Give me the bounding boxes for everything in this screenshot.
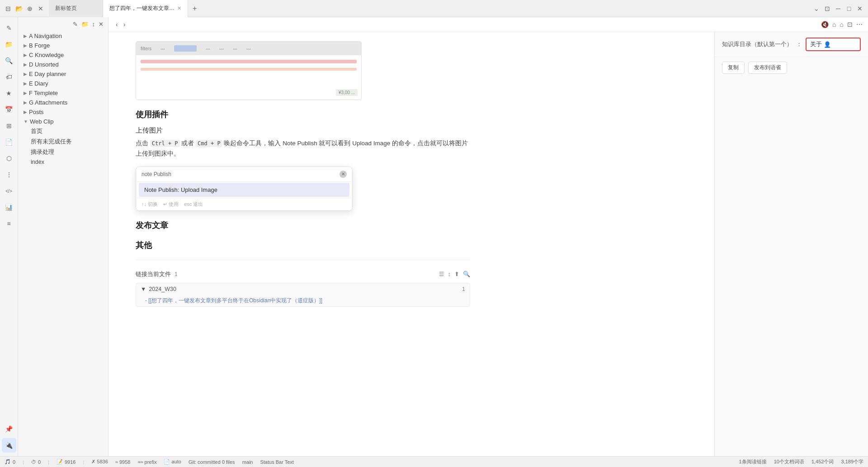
linked-count: 1 [175,271,178,277]
status-char-count: 3,189个字 [841,458,863,465]
folder-icon[interactable]: 📁 [2,37,16,52]
minimize-icon[interactable]: ─ [834,4,843,13]
linked-group-header[interactable]: ▼ 2024_W30 1 [136,283,470,295]
right-panel-input[interactable]: 关于 👤 [806,38,861,51]
layers2-icon[interactable]: ≡ [2,216,16,231]
sidebar-child-label: 摘录处理 [31,148,54,156]
right-panel: 知识库目录（默认第一个） ： 关于 👤 复制 发布到语雀 [714,32,868,456]
image-bar [141,60,357,63]
linked-filter-icon[interactable]: ⬆ [454,271,459,277]
arrow-icon: ▶ [24,71,27,76]
copy-button[interactable]: 复制 [722,62,745,74]
sidebar-item-label: C Knowledge [29,52,64,58]
right-panel-header: 知识库目录（默认第一个） ： 关于 👤 [715,32,868,57]
linked-sort-icon[interactable]: ↕ [448,271,451,277]
new-tab-icon[interactable]: ⊕ [25,4,34,13]
sidebar-item-a-navigation[interactable]: ▶ A Navigation [18,31,108,41]
sidebar-child-homepage[interactable]: 首页 [18,126,108,137]
graph-icon[interactable]: ⬡ [2,151,16,166]
cmd-footer-nav: ↑↓ 切换 [142,201,158,208]
status-branch: main [242,459,253,465]
code-cmd-p: Cmd + P [196,140,222,147]
right-panel-input-text: 关于 [810,40,822,48]
tag2-icon[interactable]: ⋮ [2,167,16,182]
nav-back-button[interactable]: ‹ [114,20,120,29]
tab-inactive[interactable]: 新标签页 [49,0,103,17]
status-git: Git: committed 0 files [189,459,235,465]
close-icon[interactable]: ✕ [36,4,45,13]
sidebar-child-label: 所有未完成任务 [31,138,72,146]
home2-icon[interactable]: ⌂ [840,21,844,28]
sidebar-item-e-day-planner[interactable]: ▶ E Day planner [18,69,108,79]
close-window-icon[interactable]: ✕ [855,4,864,13]
calendar-icon[interactable]: 📅 [2,102,16,117]
words-icon: 📝 [57,459,63,465]
new-folder-icon[interactable]: 📁 [80,20,90,29]
sort-icon[interactable]: ↕ [91,20,96,29]
sidebar-item-g-attachments[interactable]: ▶ G Attachments [18,98,108,107]
reading-view-icon[interactable]: ⊡ [847,21,853,28]
sidebar-item-c-knowledge[interactable]: ▶ C Knowledge [18,50,108,60]
split-view-icon[interactable]: ⊡ [823,4,832,13]
home-icon[interactable]: ⌂ [832,21,836,28]
close-sidebar-icon[interactable]: ✕ [98,20,104,29]
publish-button[interactable]: 发布到语雀 [748,62,787,74]
content-area: ‹ › 🔇 ⌂ ⌂ ⊡ ⋯ filters [108,17,868,456]
sidebar-item-label: G Attachments [29,99,67,106]
status-read-links: 1条阅读链接 [739,458,767,465]
linked-search-icon[interactable]: 🔍 [463,271,470,277]
sidebar-item-b-forge[interactable]: ▶ B Forge [18,41,108,50]
timer-icon: ⏱ [31,459,36,465]
open-folder-icon[interactable]: 📂 [14,4,24,13]
toolbar-right: 🔇 ⌂ ⌂ ⊡ ⋯ [821,21,863,28]
tag-icon[interactable]: 🏷 [2,70,16,84]
sidebar-item-web-clip[interactable]: ▼ Web Clip [18,117,108,126]
sidebar-toggle-icon[interactable]: ⊟ [4,4,13,13]
linked-list-icon[interactable]: ☰ [439,271,444,277]
sidebar-item-d-unsorted[interactable]: ▶ D Unsorted [18,60,108,69]
cmd-palette-title: note Publish [142,171,340,177]
arrow-icon: ▶ [24,62,27,67]
silent-icon[interactable]: 🔇 [821,21,829,28]
sidebar-item-e-diary[interactable]: ▶ E Diary [18,79,108,88]
nav-forward-button[interactable]: › [122,20,127,29]
sidebar-item-posts[interactable]: ▶ Posts [18,107,108,117]
linked-toolbar: ☰ ↕ ⬆ 🔍 [439,271,471,277]
status-music[interactable]: 🎵 0 [5,459,15,465]
sidebar-item-label: A Navigation [29,33,62,39]
tab-active[interactable]: 想了四年，一键发布文章… ✕ [103,0,188,17]
right-panel-input-user-icon: 👤 [824,41,831,48]
cmd-palette-close-icon[interactable]: ✕ [340,171,347,178]
sidebar-child-index[interactable]: index [18,157,108,167]
tab-close-icon[interactable]: ✕ [177,5,181,11]
new-note-icon[interactable]: ✎ [2,21,16,35]
status-count3: ≈ 9958 [115,459,131,465]
arrow-icon: ▶ [24,43,27,48]
sidebar-child-tasks[interactable]: 所有未完成任务 [18,137,108,147]
sidebar-item-f-templete[interactable]: ▶ F Templete [18,88,108,98]
more-options-icon[interactable]: ⋯ [856,21,863,28]
layers-icon[interactable]: ⊞ [2,119,16,133]
pin-icon[interactable]: 📌 [2,422,16,436]
file-icon[interactable]: 📄 [2,135,16,149]
cmd-palette-item[interactable]: Note Publish: Upload Image [139,183,349,197]
tab-list-icon[interactable]: ⌄ [812,4,821,13]
sidebar-item-label: Web Clip [30,118,54,125]
content-toolbar: ‹ › 🔇 ⌂ ⌂ ⊡ ⋯ [108,17,868,32]
plugin-icon[interactable]: 🔌 [2,438,16,453]
status-timer[interactable]: ⏱ 0 [31,459,41,465]
doc-scroll[interactable]: filters — — — — — ¥3,00 [108,32,714,456]
right-panel-colon: ： [796,40,802,48]
stats-icon[interactable]: 📊 [2,200,16,214]
maximize-icon[interactable]: □ [844,4,854,13]
sidebar-child-excerpts[interactable]: 摘录处理 [18,147,108,157]
new-note-sidebar-icon[interactable]: ✎ [72,20,79,29]
linked-item[interactable]: - [[想了四年，一键发布文章到多平台终于在Obsidian中实现了（遣症版）]… [136,295,470,306]
search-icon[interactable]: 🔍 [2,53,16,68]
code-icon[interactable]: </> [2,184,16,198]
bookmark-icon[interactable]: ★ [2,86,16,100]
icon-sidebar: ✎ 📁 🔍 🏷 ★ 📅 ⊞ 📄 ⬡ ⋮ </> 📊 ≡ 📌 🔌 [0,17,18,456]
tab-add-button[interactable]: + [188,0,201,17]
status-doc-words: 10个文档词语 [774,458,804,465]
arrow-icon: ▶ [24,33,27,38]
